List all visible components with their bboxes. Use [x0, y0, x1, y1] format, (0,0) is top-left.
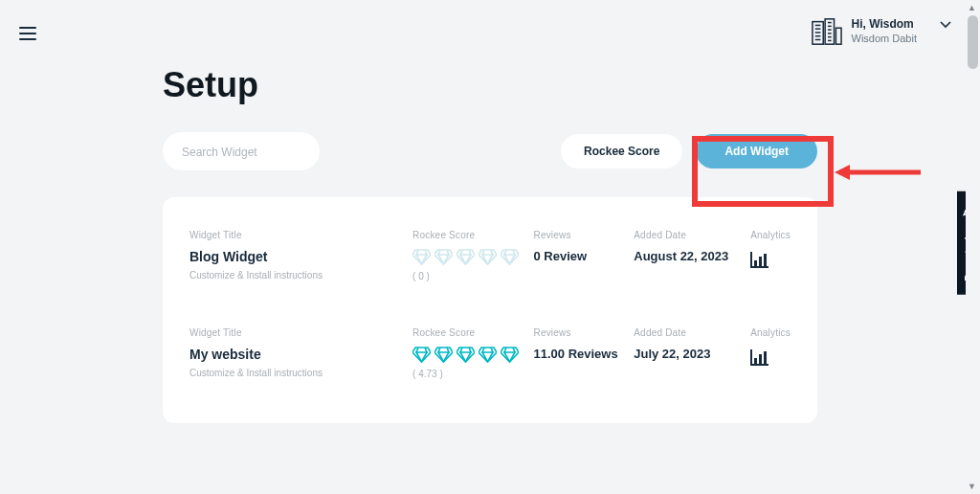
search-field[interactable]: [163, 132, 320, 170]
diamond-icon: [479, 347, 497, 363]
search-input[interactable]: [182, 146, 301, 159]
svg-rect-14: [754, 260, 757, 266]
diamond-icon: [434, 347, 453, 363]
hamburger-menu[interactable]: [19, 27, 36, 40]
diamond-icon: [457, 249, 475, 265]
score-value: ( 0 ): [412, 271, 533, 281]
diamond-icon: [479, 249, 497, 265]
score-value: ( 4.73 ): [412, 369, 533, 379]
widget-name[interactable]: Blog Widget: [189, 249, 412, 264]
scroll-up-icon[interactable]: ▲: [968, 3, 976, 12]
diamond-icon: [501, 249, 519, 265]
rockee-score-button[interactable]: Rockee Score: [561, 134, 682, 168]
col-label: Analytics: [750, 327, 791, 338]
analytics-icon[interactable]: [750, 348, 769, 366]
widget-name[interactable]: My website: [189, 347, 412, 362]
scroll-thumb[interactable]: [968, 15, 978, 69]
col-label: Added Date: [634, 230, 750, 240]
svg-rect-19: [764, 351, 767, 364]
col-label: Analytics: [750, 230, 791, 240]
widget-row: Widget Title My website Customize & Inst…: [189, 306, 791, 404]
col-label: Reviews: [533, 230, 634, 240]
chevron-down-icon: [940, 21, 951, 29]
widget-row: Widget Title Blog Widget Customize & Ins…: [189, 220, 791, 306]
user-greeting: Hi, Wisdom: [852, 17, 917, 31]
col-label: Widget Title: [189, 230, 412, 240]
date-value: August 22, 2023: [634, 249, 750, 263]
widget-list-card: Widget Title Blog Widget Customize & Ins…: [163, 197, 817, 423]
col-label: Reviews: [533, 327, 634, 338]
diamond-icon: [501, 347, 519, 363]
scrollbar[interactable]: ▲ ▼: [966, 0, 980, 494]
reviews-value: 0 Review: [533, 249, 634, 263]
diamond-icon: [412, 347, 431, 363]
diamond-icon: [434, 249, 453, 265]
add-widget-button[interactable]: Add Widget: [696, 134, 817, 168]
svg-rect-15: [759, 257, 762, 266]
page-title: Setup: [163, 65, 817, 105]
user-menu[interactable]: Hi, Wisdom Wisdom Dabit: [812, 17, 951, 46]
score-diamonds: [412, 347, 533, 363]
svg-rect-18: [759, 354, 762, 364]
scroll-down-icon[interactable]: ▼: [968, 482, 976, 491]
instructions-link[interactable]: Customize & Install instructions: [189, 368, 412, 378]
svg-rect-17: [754, 358, 757, 364]
svg-rect-16: [764, 254, 767, 266]
diamond-icon: [457, 347, 475, 363]
date-value: July 22, 2023: [634, 347, 750, 361]
score-diamonds: [412, 249, 533, 265]
instructions-link[interactable]: Customize & Install instructions: [189, 270, 412, 281]
col-label: Added Date: [634, 327, 750, 338]
reviews-value: 11.00 Reviews: [533, 347, 634, 361]
user-name: Wisdom Dabit: [852, 33, 917, 45]
col-label: Rockee Score: [412, 230, 533, 240]
col-label: Widget Title: [189, 327, 412, 338]
building-icon: [812, 17, 842, 46]
analytics-icon[interactable]: [750, 251, 769, 268]
col-label: Rockee Score: [412, 327, 533, 338]
diamond-icon: [412, 249, 431, 265]
svg-rect-2: [835, 28, 841, 44]
